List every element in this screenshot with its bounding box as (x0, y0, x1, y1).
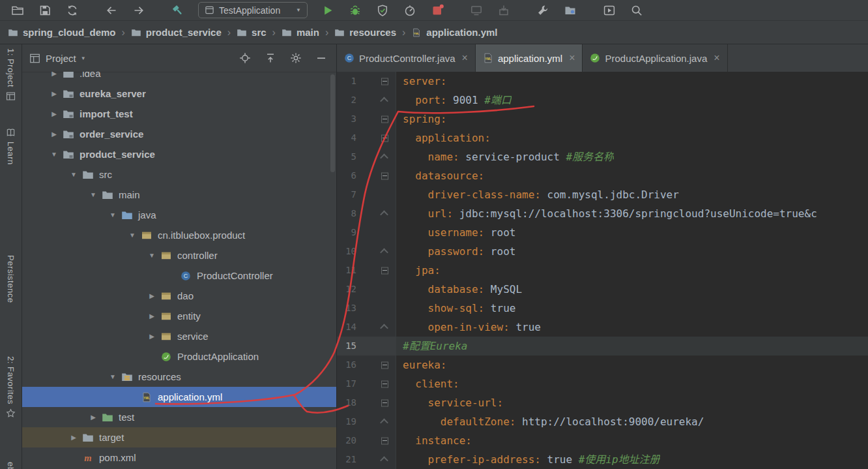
tree-item-import-test[interactable]: ▶import_test (22, 104, 336, 124)
code-editor[interactable]: 1server:2 port: 9001 #端口3spring:4 applic… (337, 72, 868, 469)
close-icon[interactable]: × (462, 52, 468, 64)
tree-item-target[interactable]: ▶target (22, 427, 336, 447)
code-line-1[interactable]: 1server: (337, 72, 868, 91)
breadcrumb-item-src[interactable]: src (237, 27, 267, 38)
coverage-icon[interactable] (376, 4, 389, 17)
tree-expanded-arrow-icon[interactable]: ▼ (144, 252, 160, 259)
fold-marker-icon[interactable] (381, 134, 388, 142)
breadcrumb-item-main[interactable]: main (282, 27, 319, 38)
stop-icon[interactable] (431, 4, 444, 17)
fold-marker-icon[interactable] (381, 115, 388, 123)
tree-item-resources[interactable]: ▼resources (22, 367, 336, 387)
tree-collapsed-arrow-icon[interactable]: ▶ (144, 333, 160, 340)
settings-gear-icon[interactable] (290, 52, 302, 64)
locate-icon[interactable] (239, 52, 251, 64)
fold-marker-icon[interactable] (381, 437, 388, 444)
fold-marker-icon[interactable] (380, 210, 388, 219)
sync-icon[interactable] (66, 4, 79, 17)
tree-collapsed-arrow-icon[interactable]: ▶ (46, 130, 62, 138)
tree-item-product-service[interactable]: ▼product_service (22, 144, 336, 164)
fold-marker-icon[interactable] (381, 380, 388, 387)
tab-productapplication-java[interactable]: ProductApplication.java× (583, 44, 727, 72)
tab-productcontroller-java[interactable]: CProductController.java× (337, 44, 476, 72)
tree-item-java[interactable]: ▼java (22, 205, 336, 225)
collapse-all-icon[interactable] (265, 52, 276, 64)
tree-item-application-yml[interactable]: YMLapplication.yml (22, 387, 336, 407)
chevron-down-icon[interactable]: ▼ (81, 55, 86, 61)
tree-expanded-arrow-icon[interactable]: ▼ (105, 211, 121, 219)
tool-window-button-learn[interactable]: Learn (0, 128, 22, 165)
tree-collapsed-arrow-icon[interactable]: ▶ (144, 312, 160, 320)
tree-scrollbar[interactable] (330, 74, 335, 172)
close-icon[interactable]: × (714, 52, 719, 64)
tree-item-order-service[interactable]: ▶order_service (22, 124, 336, 144)
fold-marker-icon[interactable] (381, 172, 388, 179)
wrench-icon[interactable] (536, 4, 549, 17)
tree-item-src[interactable]: ▼src (22, 164, 336, 185)
code-line-10[interactable]: 10 password: root (337, 242, 868, 261)
code-line-14[interactable]: 14 open-in-view: true (337, 318, 868, 337)
save-all-icon[interactable] (38, 4, 51, 17)
tree-item-productapplication[interactable]: ProductApplication (22, 346, 336, 367)
fold-marker-icon[interactable] (380, 248, 388, 256)
tree-item-entity[interactable]: ▶entity (22, 306, 336, 326)
fold-marker-icon[interactable] (380, 153, 388, 162)
tree-item-test[interactable]: ▶test (22, 407, 336, 427)
breadcrumb-item-spring-cloud-demo[interactable]: spring_cloud_demo (8, 27, 116, 38)
code-line-11[interactable]: 11 jpa: (337, 261, 868, 280)
tree-item-controller[interactable]: ▼controller (22, 245, 336, 265)
tree-item-service[interactable]: ▶service (22, 326, 336, 346)
tool-window-button-1-project[interactable]: 1: Project (0, 48, 22, 101)
code-line-9[interactable]: 9 username: root (337, 223, 868, 242)
tree-item-main[interactable]: ▼main (22, 185, 336, 205)
tree-collapsed-arrow-icon[interactable]: ▶ (66, 434, 81, 441)
code-line-16[interactable]: 16eureka: (337, 356, 868, 374)
tree-expanded-arrow-icon[interactable]: ▼ (124, 232, 140, 239)
code-line-13[interactable]: 13 show-sql: true (337, 299, 868, 318)
code-line-6[interactable]: 6 datasource: (337, 166, 868, 185)
tree-collapsed-arrow-icon[interactable]: ▶ (46, 110, 62, 117)
tree-item-idea[interactable]: ▶.idea (22, 72, 336, 83)
fold-marker-icon[interactable] (380, 324, 388, 332)
code-line-5[interactable]: 5 name: service-product #服务名称 (337, 147, 868, 166)
debug-icon[interactable] (349, 4, 362, 17)
forward-icon[interactable] (132, 4, 145, 17)
tree-collapsed-arrow-icon[interactable]: ▶ (46, 72, 62, 77)
tool-window-button-eb[interactable]: eb (0, 462, 22, 469)
code-line-2[interactable]: 2 port: 9001 #端口 (337, 91, 868, 110)
code-line-17[interactable]: 17 client: (337, 374, 868, 393)
fold-marker-icon[interactable] (380, 418, 388, 427)
code-line-21[interactable]: 21 prefer-ip-address: true #使用ip地址注册 (337, 450, 868, 469)
code-line-19[interactable]: 19 defaultZone: http://localhost:9000/eu… (337, 412, 868, 431)
open-folder-icon[interactable] (11, 4, 24, 17)
tool-window-button-persistence[interactable]: Persistence (0, 255, 22, 303)
tool-window-button-2-favorites[interactable]: 2: Favorites (0, 356, 22, 418)
breadcrumb-item-product-service[interactable]: product_service (131, 27, 222, 38)
code-line-7[interactable]: 7 driver-class-name: com.mysql.jdbc.Driv… (337, 185, 868, 204)
fold-marker-icon[interactable] (381, 361, 388, 369)
fold-marker-icon[interactable] (380, 456, 388, 464)
close-icon[interactable]: × (569, 52, 575, 64)
tree-expanded-arrow-icon[interactable]: ▼ (85, 191, 101, 198)
project-structure-icon[interactable] (564, 4, 577, 17)
run-configuration-selector[interactable]: TestApplication▼ (198, 2, 308, 18)
code-line-4[interactable]: 4 application: (337, 129, 868, 147)
back-icon[interactable] (105, 4, 118, 17)
hide-panel-icon[interactable] (315, 52, 327, 64)
tree-item-cn-itbluebox-product[interactable]: ▼cn.itbluebox.product (22, 225, 336, 245)
build-hammer-icon[interactable] (171, 4, 184, 17)
fold-marker-icon[interactable] (381, 399, 388, 406)
breadcrumb-item-resources[interactable]: resources (334, 27, 396, 38)
run-anything-icon[interactable] (603, 4, 616, 17)
tab-application-yml[interactable]: YMLapplication.yml× (476, 44, 583, 72)
code-line-12[interactable]: 12 database: MySQL (337, 280, 868, 299)
code-line-18[interactable]: 18 service-url: (337, 393, 868, 412)
search-icon[interactable] (630, 4, 643, 17)
tree-collapsed-arrow-icon[interactable]: ▶ (46, 90, 62, 97)
tree-collapsed-arrow-icon[interactable]: ▶ (85, 414, 101, 421)
tree-item-dao[interactable]: ▶dao (22, 286, 336, 306)
code-line-20[interactable]: 20 instance: (337, 431, 868, 450)
breadcrumb-item-application-yml[interactable]: YMLapplication.yml (411, 27, 497, 38)
tree-expanded-arrow-icon[interactable]: ▼ (66, 171, 81, 178)
profiler-icon[interactable] (403, 4, 416, 17)
